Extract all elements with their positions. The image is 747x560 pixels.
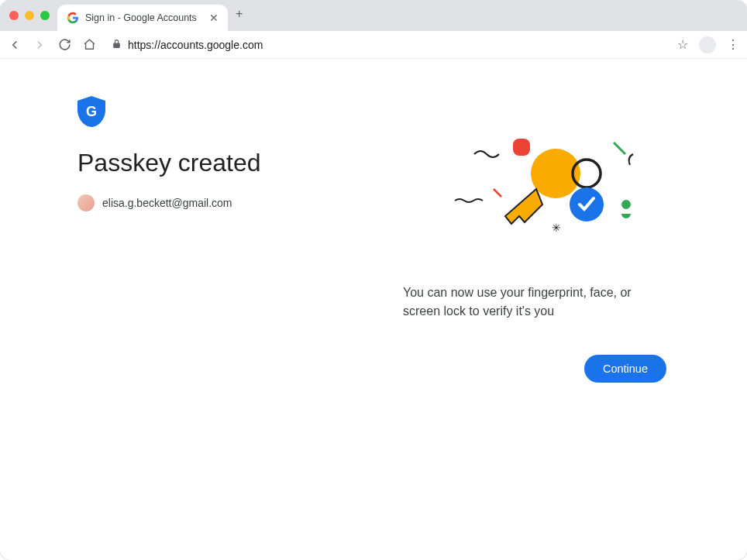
confirmation-message: You can now use your fingerprint, face, …	[403, 283, 670, 321]
minimize-window-button[interactable]	[25, 11, 34, 20]
browser-tab-strip: Sign in - Google Accounts ✕ +	[0, 0, 747, 31]
home-button[interactable]	[82, 38, 96, 51]
svg-line-3	[494, 189, 501, 197]
close-tab-icon[interactable]: ✕	[209, 12, 219, 24]
left-column: G Passkey created elisa.g.beckett@gmail.…	[77, 96, 372, 383]
profile-avatar[interactable]	[699, 36, 716, 53]
browser-tab[interactable]: Sign in - Google Accounts ✕	[57, 5, 228, 31]
address-bar[interactable]: https://accounts.google.com	[107, 39, 666, 51]
maximize-window-button[interactable]	[40, 11, 50, 20]
svg-rect-1	[513, 139, 530, 156]
url-text: https://accounts.google.com	[128, 39, 263, 51]
google-favicon-icon	[67, 12, 79, 24]
page-content: G Passkey created elisa.g.beckett@gmail.…	[0, 59, 747, 383]
right-column: ✳ You can now use your fingerprint, face…	[403, 96, 670, 383]
passkey-illustration: ✳	[403, 96, 670, 274]
lock-icon	[112, 39, 122, 51]
new-tab-button[interactable]: +	[228, 7, 250, 21]
menu-icon[interactable]: ⋮	[727, 37, 739, 52]
svg-line-2	[614, 143, 625, 154]
google-shield-icon: G	[77, 96, 105, 127]
reload-button[interactable]	[57, 38, 71, 51]
close-window-button[interactable]	[9, 11, 19, 20]
page-title: Passkey created	[77, 149, 372, 177]
tab-title: Sign in - Google Accounts	[85, 12, 197, 23]
button-row: Continue	[403, 355, 670, 383]
back-button[interactable]	[8, 38, 22, 52]
browser-toolbar: https://accounts.google.com ☆ ⋮	[0, 31, 747, 59]
bookmark-icon[interactable]: ☆	[677, 37, 688, 52]
svg-text:✳: ✳	[552, 222, 561, 234]
account-row[interactable]: elisa.g.beckett@gmail.com	[77, 194, 372, 211]
window-controls	[9, 11, 57, 31]
forward-button[interactable]	[33, 38, 46, 52]
continue-button[interactable]: Continue	[584, 355, 666, 383]
account-email: elisa.g.beckett@gmail.com	[102, 197, 232, 209]
account-avatar	[77, 194, 95, 211]
svg-text:G: G	[86, 104, 97, 119]
